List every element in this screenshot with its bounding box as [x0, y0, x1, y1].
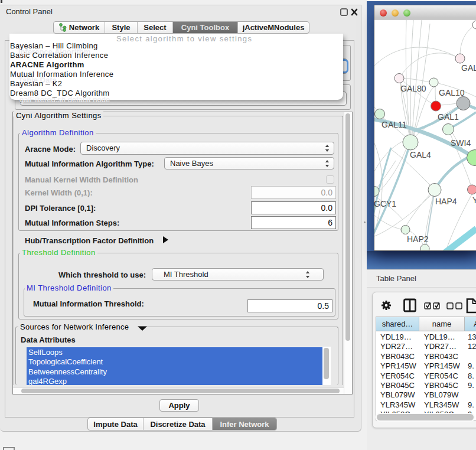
- svg-text:GAL: GAL: [461, 63, 476, 73]
- svg-text:GCY1: GCY1: [374, 199, 396, 208]
- svg-text:GAL4: GAL4: [410, 150, 431, 159]
- svg-text:HAP4: HAP4: [435, 197, 457, 206]
- svg-text:Y: Y: [472, 195, 476, 205]
- svg-text:SWI4: SWI4: [451, 138, 471, 148]
- svg-text:HAP2: HAP2: [407, 234, 429, 244]
- svg-text:GAL10: GAL10: [439, 88, 465, 97]
- svg-text:GAL1: GAL1: [438, 112, 459, 122]
- svg-text:GAL80: GAL80: [400, 84, 426, 93]
- svg-text:GAL11: GAL11: [382, 120, 407, 129]
